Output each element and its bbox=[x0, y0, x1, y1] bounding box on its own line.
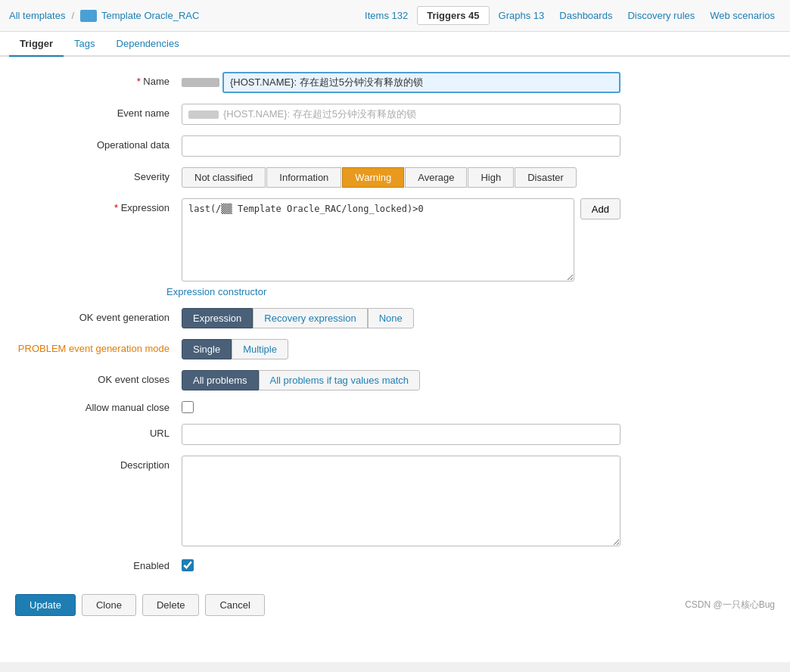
main-form: Name Event name {HOST.NAME}: 存在超过5分钟没有释放… bbox=[0, 57, 790, 662]
severity-information[interactable]: Information bbox=[266, 167, 341, 188]
tab-dependencies[interactable]: Dependencies bbox=[106, 32, 190, 57]
ok-closes-control: All problems All problems if tag values … bbox=[182, 370, 620, 390]
ok-event-none[interactable]: None bbox=[368, 308, 414, 328]
ok-event-label: OK event generation bbox=[15, 308, 182, 323]
operational-data-control bbox=[182, 135, 620, 157]
severity-label: Severity bbox=[15, 167, 182, 182]
problem-mode-label: PROBLEM event generation mode bbox=[15, 339, 182, 354]
expression-row: Expression last(/▒▒ Template Oracle_RAC/… bbox=[0, 198, 790, 282]
event-name-control: {HOST.NAME}: 存在超过5分钟没有释放的锁 bbox=[182, 104, 620, 125]
problem-mode-row: PROBLEM event generation mode Single Mul… bbox=[0, 339, 790, 359]
description-textarea[interactable] bbox=[182, 456, 620, 546]
problem-mode-multiple[interactable]: Multiple bbox=[232, 339, 288, 359]
url-row: URL bbox=[0, 424, 790, 445]
severity-warning[interactable]: Warning bbox=[342, 167, 404, 188]
operational-data-input[interactable] bbox=[182, 135, 620, 157]
tab-trigger[interactable]: Trigger bbox=[9, 32, 64, 57]
ok-closes-row: OK event closes All problems All problem… bbox=[0, 370, 790, 390]
name-control bbox=[182, 72, 620, 93]
form-tabs: Trigger Tags Dependencies bbox=[0, 32, 790, 57]
enabled-checkbox[interactable] bbox=[182, 559, 194, 571]
name-blur-prefix bbox=[182, 78, 219, 87]
footer-actions: Update Clone Delete Cancel CSDN @一只核心Bug bbox=[0, 582, 790, 628]
ok-event-row: OK event generation Expression Recovery … bbox=[0, 308, 790, 328]
top-navigation: All templates / Template Oracle_RAC Item… bbox=[0, 0, 790, 32]
name-label: Name bbox=[15, 72, 182, 87]
url-input[interactable] bbox=[182, 424, 620, 445]
severity-average[interactable]: Average bbox=[405, 167, 467, 188]
ok-event-toggle: Expression Recovery expression None bbox=[182, 308, 620, 328]
ok-closes-toggle: All problems All problems if tag values … bbox=[182, 370, 620, 390]
operational-data-label: Operational data bbox=[15, 135, 182, 151]
severity-row: Severity Not classified Information Warn… bbox=[0, 167, 790, 188]
description-control bbox=[182, 456, 620, 549]
severity-disaster[interactable]: Disaster bbox=[515, 167, 577, 188]
name-input[interactable] bbox=[222, 72, 620, 93]
expression-textarea[interactable]: last(/▒▒ Template Oracle_RAC/long_locked… bbox=[182, 198, 574, 282]
severity-high[interactable]: High bbox=[468, 167, 514, 188]
update-button[interactable]: Update bbox=[15, 594, 76, 616]
severity-buttons: Not classified Information Warning Avera… bbox=[182, 167, 620, 188]
breadcrumb-icon bbox=[80, 10, 97, 22]
allow-manual-row: Allow manual close bbox=[0, 401, 790, 413]
triggers-tab-active[interactable]: Triggers 45 bbox=[417, 6, 489, 25]
problem-mode-toggle: Single Multiple bbox=[182, 339, 620, 359]
expression-label: Expression bbox=[15, 198, 182, 213]
url-control bbox=[182, 424, 620, 445]
template-name-link[interactable]: Template Oracle_RAC bbox=[101, 10, 199, 21]
problem-mode-control: Single Multiple bbox=[182, 339, 620, 359]
cancel-button[interactable]: Cancel bbox=[205, 594, 264, 616]
allow-manual-label: Allow manual close bbox=[15, 402, 182, 413]
dashboards-tab[interactable]: Dashboards bbox=[553, 10, 618, 21]
url-label: URL bbox=[15, 424, 182, 439]
items-tab[interactable]: Items 132 bbox=[359, 10, 414, 21]
ok-closes-all[interactable]: All problems bbox=[182, 370, 259, 390]
ok-closes-label: OK event closes bbox=[15, 370, 182, 385]
name-row: Name bbox=[0, 72, 790, 93]
event-blur-prefix bbox=[188, 110, 219, 119]
description-row: Description bbox=[0, 456, 790, 549]
ok-event-recovery[interactable]: Recovery expression bbox=[253, 308, 367, 328]
severity-control: Not classified Information Warning Avera… bbox=[182, 167, 620, 188]
add-button[interactable]: Add bbox=[580, 198, 620, 219]
description-label: Description bbox=[15, 456, 182, 471]
enabled-row: Enabled bbox=[0, 559, 790, 571]
footer-credit: CSDN @一只核心Bug bbox=[685, 599, 775, 611]
ok-closes-tag[interactable]: All problems if tag values match bbox=[259, 370, 421, 390]
enabled-label: Enabled bbox=[15, 560, 182, 571]
severity-not-classified[interactable]: Not classified bbox=[182, 167, 266, 188]
web-scenarios-tab[interactable]: Web scenarios bbox=[704, 10, 781, 21]
allow-manual-checkbox[interactable] bbox=[182, 401, 194, 413]
breadcrumb-separator: / bbox=[71, 10, 74, 21]
clone-button[interactable]: Clone bbox=[82, 594, 136, 616]
tab-tags[interactable]: Tags bbox=[64, 32, 105, 57]
expression-wrapper: last(/▒▒ Template Oracle_RAC/long_locked… bbox=[182, 198, 620, 282]
ok-event-control: Expression Recovery expression None bbox=[182, 308, 620, 328]
ok-event-expression[interactable]: Expression bbox=[182, 308, 253, 328]
event-name-value: {HOST.NAME}: 存在超过5分钟没有释放的锁 bbox=[223, 107, 416, 121]
event-name-row: Event name {HOST.NAME}: 存在超过5分钟没有释放的锁 bbox=[0, 104, 790, 125]
problem-mode-single[interactable]: Single bbox=[182, 339, 232, 359]
discovery-rules-tab[interactable]: Discovery rules bbox=[621, 10, 701, 21]
event-name-label: Event name bbox=[15, 104, 182, 119]
graphs-tab[interactable]: Graphs 13 bbox=[493, 10, 551, 21]
all-templates-link[interactable]: All templates bbox=[9, 10, 65, 21]
operational-data-row: Operational data bbox=[0, 135, 790, 157]
delete-button[interactable]: Delete bbox=[142, 594, 200, 616]
expression-constructor-link[interactable]: Expression constructor bbox=[0, 286, 790, 297]
